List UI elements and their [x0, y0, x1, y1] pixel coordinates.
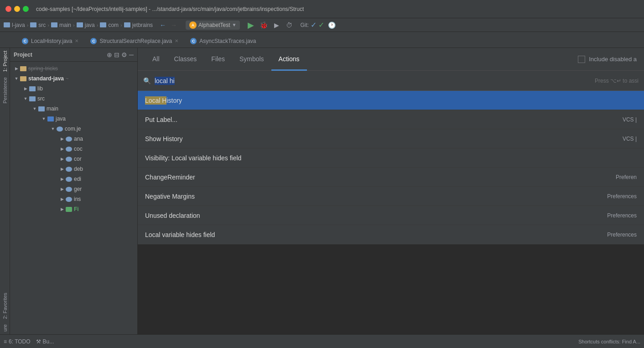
tree-arrow: ▼	[41, 116, 47, 121]
sidebar-item-project[interactable]: 1: Project	[1, 48, 9, 74]
breadcrumb-bar: l-java › src › main › java › com › jetbr…	[0, 18, 644, 32]
popup-tab-symbols[interactable]: Symbols	[232, 48, 271, 71]
close-button[interactable]	[5, 6, 11, 12]
folder-icon	[29, 86, 36, 91]
result-item-show-history[interactable]: Show History VCS |	[138, 129, 644, 148]
project-filter-icon[interactable]: ⊟	[114, 51, 119, 58]
list-icon: ≡	[4, 338, 7, 345]
result-item-unused-declaration[interactable]: Unused declaration Preferences	[138, 206, 644, 225]
search-icon: 🔍	[143, 77, 151, 84]
tree-item-ins[interactable]: ▶ ins	[10, 194, 137, 204]
todo-button[interactable]: ≡ 6: TODO	[4, 338, 31, 345]
popup-tab-files[interactable]: Files	[204, 48, 232, 71]
package-icon	[57, 127, 63, 132]
tree-arrow: ▶	[59, 146, 65, 152]
breadcrumb-main[interactable]: main	[51, 22, 71, 28]
file-icon	[66, 207, 72, 212]
tree-item-main[interactable]: ▼ main	[10, 104, 137, 114]
project-sync-icon[interactable]: ⊕	[107, 51, 112, 58]
breadcrumb-com[interactable]: com	[100, 22, 119, 28]
git-history-icon[interactable]: 🕐	[328, 21, 336, 29]
package-icon	[66, 147, 72, 152]
tab-structuralsearch[interactable]: C StructuralSearchReplace.java ✕	[84, 34, 184, 47]
tab-close[interactable]: ✕	[75, 38, 78, 43]
search-popup: All Classes Files Symbols Actions	[138, 48, 644, 245]
result-item-visibility[interactable]: Visibility: Local variable hides field	[138, 148, 644, 168]
tree-item-standard-java[interactable]: ▼ standard-java ~	[10, 74, 137, 84]
left-sidebar: 1: Project Persistence 2: Favorites ure	[0, 48, 10, 334]
result-shortcut: Preferences	[607, 212, 637, 219]
tree-item-java[interactable]: ▼ java	[10, 114, 137, 124]
tree-item-deb[interactable]: ▶ deb	[10, 164, 137, 174]
minimize-button[interactable]	[14, 6, 20, 12]
tab-asyncstack[interactable]: C AsyncStackTraces.java	[184, 34, 262, 47]
tree-item-ana[interactable]: ▶ ana	[10, 134, 137, 144]
bottom-bar: ≡ 6: TODO ⚒ Bu... Shortcuts conflicts: F…	[0, 334, 644, 348]
tree-item-src[interactable]: ▼ src	[10, 94, 137, 104]
popup-tab-classes[interactable]: Classes	[167, 48, 204, 71]
sidebar-item-ure[interactable]: ure	[1, 322, 9, 334]
tree-item-ger[interactable]: ▶ ger	[10, 184, 137, 194]
result-name: Visibility: Local variable hides field	[145, 154, 637, 162]
popup-tab-right: Include disabled a	[578, 56, 637, 63]
project-settings-icon[interactable]: ⚙	[121, 51, 127, 58]
result-name: Show History	[145, 135, 623, 142]
tree-item-lib[interactable]: ▶ lib	[10, 84, 137, 94]
breadcrumb-ljava[interactable]: l-java	[12, 22, 25, 28]
run-config-selector[interactable]: A AlphabetTest ▼	[186, 21, 240, 30]
run-button[interactable]: ▶	[245, 20, 256, 31]
project-tree: ▶ spring-tricks ▼ standard-java ~ ▶ lib	[10, 62, 137, 334]
tree-item-coc[interactable]: ▶ coc	[10, 144, 137, 154]
include-disabled-checkbox[interactable]	[578, 56, 585, 63]
content-wrapper: 1: Project Persistence 2: Favorites ure …	[0, 48, 644, 334]
run-config-icon: A	[189, 21, 197, 29]
nav-back[interactable]: ←	[158, 21, 167, 30]
git-push-icon[interactable]: ✓	[311, 21, 317, 29]
folder-icon	[4, 22, 10, 27]
breadcrumb-jetbrains[interactable]: jetbrains	[124, 22, 153, 28]
folder-icon	[38, 106, 45, 111]
popup-tab-all[interactable]: All	[145, 48, 167, 71]
tab-close[interactable]: ✕	[175, 38, 178, 43]
result-shortcut: Preferen	[616, 174, 637, 180]
tab-localhistory[interactable]: C LocalHistory.java ✕	[16, 34, 84, 47]
tree-item-b[interactable]: ▶ Fi	[10, 204, 137, 214]
coverage-button[interactable]: ▶	[271, 20, 282, 31]
tree-item-comje[interactable]: ▼ com.je	[10, 124, 137, 134]
search-input-display[interactable]: local hi	[155, 77, 175, 84]
tree-item-cor[interactable]: ▶ cor	[10, 154, 137, 164]
result-shortcut: Preferences	[607, 232, 637, 238]
popup-tab-actions[interactable]: Actions	[271, 48, 307, 71]
result-name: Put Label...	[145, 116, 623, 123]
breadcrumb-java[interactable]: java	[77, 22, 95, 28]
build-button[interactable]: ⚒ Bu...	[36, 338, 54, 345]
debug-button[interactable]: 🐞	[258, 20, 269, 31]
tree-item-edi[interactable]: ▶ edi	[10, 174, 137, 184]
profile-button[interactable]: ⏱	[284, 20, 295, 31]
result-item-changereminder[interactable]: ChangeReminder Preferen	[138, 168, 644, 187]
result-item-local-var-hides[interactable]: Local variable hides field Preferences	[138, 225, 644, 244]
result-item-negative-margins[interactable]: Negative Margins Preferences	[138, 187, 644, 206]
tree-item-spring[interactable]: ▶ spring-tricks	[10, 63, 137, 74]
tab-label: LocalHistory.java	[31, 38, 72, 44]
maximize-button[interactable]	[23, 6, 29, 12]
project-minimize-icon[interactable]: ─	[129, 51, 134, 58]
nav-forward[interactable]: →	[169, 21, 178, 30]
tree-arrow: ▶	[59, 206, 65, 212]
status-text: Shortcuts conflicts: Find A...	[578, 339, 640, 344]
tree-arrow: ▶	[59, 156, 65, 162]
breadcrumb-item[interactable]: l-java	[4, 22, 25, 28]
result-item-local-history[interactable]: Local History	[138, 91, 644, 110]
folder-icon	[47, 116, 54, 121]
breadcrumb-src[interactable]: src	[30, 22, 46, 28]
sidebar-item-persistence[interactable]: Persistence	[1, 74, 9, 106]
build-icon: ⚒	[36, 338, 41, 345]
git-check-icon[interactable]: ✓	[318, 21, 324, 29]
package-icon	[66, 197, 72, 202]
folder-icon	[77, 22, 83, 27]
tree-arrow: ▶	[59, 136, 65, 142]
result-item-put-label[interactable]: Put Label... VCS |	[138, 110, 644, 129]
sidebar-item-favorites[interactable]: 2: Favorites	[1, 290, 9, 322]
result-name: Local variable hides field	[145, 231, 607, 238]
search-highlight: local hi	[155, 77, 175, 85]
